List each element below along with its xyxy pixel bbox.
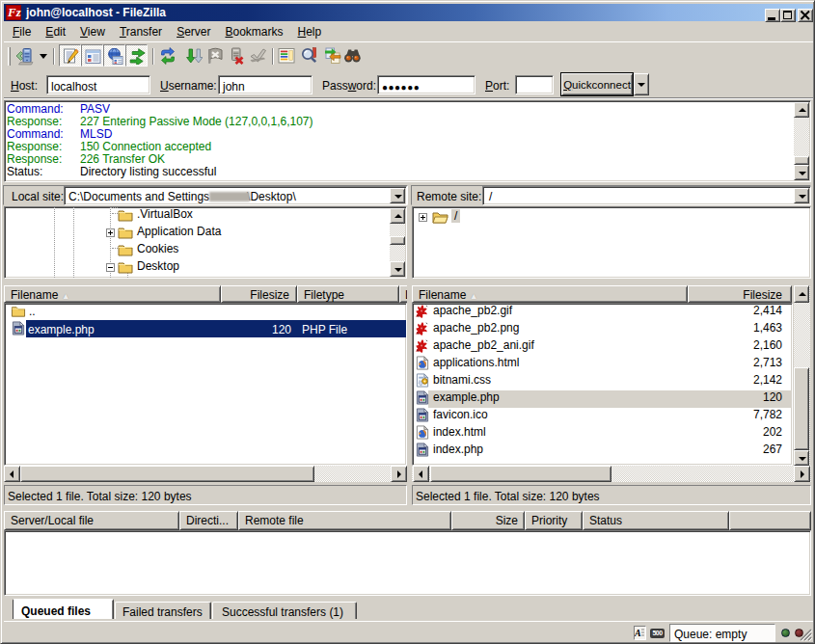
svg-text:A: A — [635, 628, 641, 638]
